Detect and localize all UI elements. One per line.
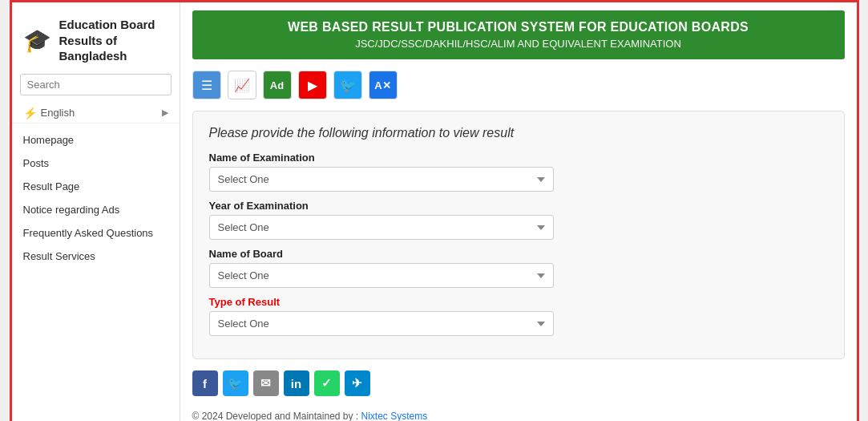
sidebar-nav-item[interactable]: Result Page bbox=[12, 175, 180, 198]
form-label-result_type: Type of Result bbox=[209, 296, 828, 308]
sidebar-search-container bbox=[20, 74, 172, 95]
ad-icon[interactable]: Ad bbox=[263, 71, 292, 99]
page-container: 🎓 Education Board Results of Bangladesh … bbox=[10, 0, 859, 421]
form-select-exam[interactable]: Select One bbox=[209, 167, 554, 192]
form-title: Please provide the following information… bbox=[209, 126, 828, 140]
form-field-result_type: Type of ResultSelect One bbox=[209, 296, 828, 336]
sidebar: 🎓 Education Board Results of Bangladesh … bbox=[12, 2, 180, 421]
search-input[interactable] bbox=[20, 74, 172, 95]
sidebar-nav-item[interactable]: Homepage bbox=[12, 128, 180, 152]
youtube-icon[interactable]: ▶ bbox=[298, 71, 327, 99]
footer-text: © 2024 Developed and Maintained by : bbox=[192, 411, 361, 421]
sidebar-nav-item[interactable]: Posts bbox=[12, 152, 180, 175]
main-layout: 🎓 Education Board Results of Bangladesh … bbox=[12, 2, 857, 421]
email-button[interactable]: ✉ bbox=[253, 370, 279, 396]
form-select-year[interactable]: Select One bbox=[209, 215, 554, 240]
chart-icon[interactable]: 📈 bbox=[228, 71, 256, 99]
sidebar-nav: HomepagePostsResult PageNotice regarding… bbox=[12, 128, 180, 268]
banner-subtitle: JSC/JDC/SSC/DAKHIL/HSC/ALIM AND EQUIVALE… bbox=[200, 38, 837, 50]
sidebar-nav-item[interactable]: Frequently Asked Questions bbox=[12, 221, 180, 245]
main-content: WEB BASED RESULT PUBLICATION SYSTEM FOR … bbox=[180, 2, 857, 421]
translate-icon[interactable]: A✕ bbox=[369, 71, 398, 99]
telegram-button[interactable]: ✈ bbox=[345, 370, 370, 396]
logo-text: Education Board Results of Bangladesh bbox=[59, 17, 168, 64]
icon-bar: ☰ 📈 Ad ▶ 🐦 A✕ bbox=[192, 67, 845, 103]
chevron-right-icon: ▶ bbox=[162, 107, 168, 118]
language-selector[interactable]: ⚡ English ▶ bbox=[12, 103, 180, 123]
form-label-board: Name of Board bbox=[209, 248, 828, 260]
form-fields: Name of ExaminationSelect OneYear of Exa… bbox=[209, 152, 828, 336]
twitter-icon[interactable]: 🐦 bbox=[333, 71, 362, 99]
whatsapp-button[interactable]: ✓ bbox=[314, 370, 340, 396]
lang-label: English bbox=[41, 107, 75, 119]
linkedin-button[interactable]: in bbox=[284, 370, 309, 396]
form-label-year: Year of Examination bbox=[209, 200, 828, 212]
translate-icon: ⚡ bbox=[23, 107, 37, 119]
form-select-board[interactable]: Select One bbox=[209, 263, 554, 288]
logo-icon: 🎓 bbox=[23, 27, 51, 54]
sidebar-nav-item[interactable]: Notice regarding Ads bbox=[12, 198, 180, 221]
facebook-button[interactable]: f bbox=[192, 370, 218, 396]
header-banner: WEB BASED RESULT PUBLICATION SYSTEM FOR … bbox=[192, 10, 845, 59]
footer-link[interactable]: Nixtec Systems bbox=[361, 411, 427, 421]
form-field-exam: Name of ExaminationSelect One bbox=[209, 152, 828, 192]
form-select-result_type[interactable]: Select One bbox=[209, 311, 554, 336]
form-card: Please provide the following information… bbox=[192, 111, 845, 359]
form-label-exam: Name of Examination bbox=[209, 152, 828, 164]
sidebar-nav-item[interactable]: Result Services bbox=[12, 245, 180, 268]
banner-title: WEB BASED RESULT PUBLICATION SYSTEM FOR … bbox=[200, 20, 837, 34]
social-bar: f🐦✉in✓✈ bbox=[192, 367, 845, 399]
sidebar-logo: 🎓 Education Board Results of Bangladesh bbox=[12, 10, 180, 74]
twitter-button[interactable]: 🐦 bbox=[223, 370, 248, 396]
form-field-board: Name of BoardSelect One bbox=[209, 248, 828, 288]
form-field-year: Year of ExaminationSelect One bbox=[209, 200, 828, 240]
footer: © 2024 Developed and Maintained by : Nix… bbox=[192, 407, 845, 421]
list-icon[interactable]: ☰ bbox=[192, 71, 221, 99]
